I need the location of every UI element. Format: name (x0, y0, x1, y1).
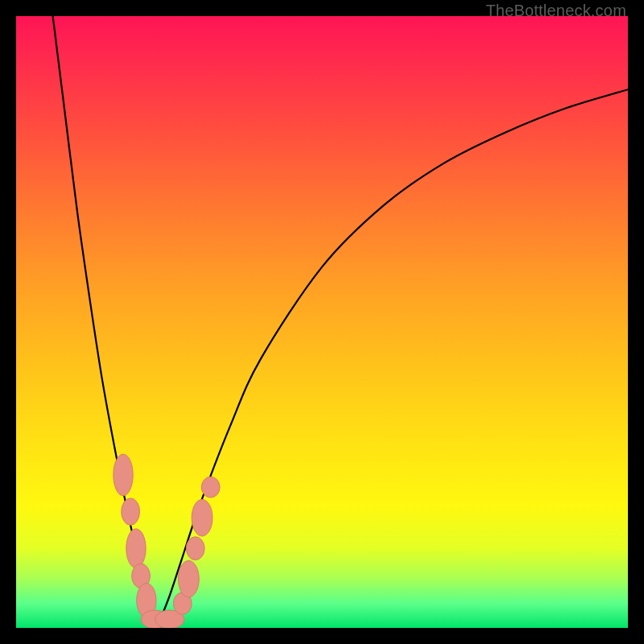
data-marker (201, 477, 220, 497)
data-marker (126, 529, 146, 568)
data-marker (192, 499, 213, 536)
attribution-watermark: TheBottleneck.com (485, 2, 626, 20)
data-marker (186, 537, 204, 560)
data-marker (122, 498, 140, 525)
curves-svg (16, 16, 628, 628)
plot-area (16, 16, 628, 628)
chart-frame: TheBottleneck.com (0, 0, 644, 644)
data-marker (178, 560, 199, 597)
right-curve (157, 89, 628, 628)
data-marker (114, 454, 133, 496)
